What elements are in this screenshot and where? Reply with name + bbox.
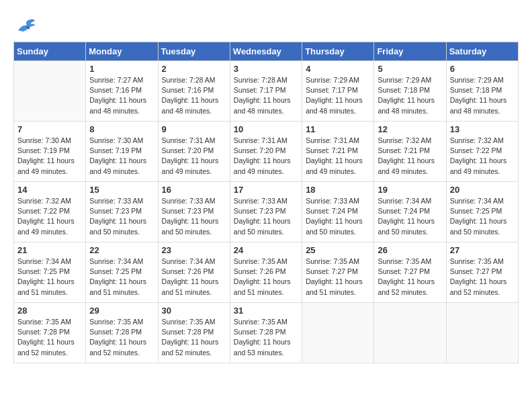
day-number: 23 <box>162 245 226 255</box>
calendar-cell: 2Sunrise: 7:28 AMSunset: 7:16 PMDaylight… <box>158 61 230 122</box>
calendar-week-row: 28Sunrise: 7:35 AMSunset: 7:28 PMDayligh… <box>14 303 519 363</box>
day-number: 13 <box>450 124 515 134</box>
day-number: 18 <box>306 185 370 195</box>
day-info: Sunrise: 7:27 AMSunset: 7:16 PMDaylight:… <box>89 75 154 116</box>
calendar-cell: 6Sunrise: 7:29 AMSunset: 7:18 PMDaylight… <box>446 61 518 122</box>
calendar-cell: 16Sunrise: 7:33 AMSunset: 7:23 PMDayligh… <box>158 182 230 242</box>
day-number: 17 <box>234 185 298 195</box>
day-info: Sunrise: 7:32 AMSunset: 7:22 PMDaylight:… <box>450 136 515 177</box>
calendar-cell: 17Sunrise: 7:33 AMSunset: 7:23 PMDayligh… <box>230 182 302 242</box>
calendar-cell <box>374 303 446 363</box>
calendar-cell: 29Sunrise: 7:35 AMSunset: 7:28 PMDayligh… <box>86 303 158 363</box>
calendar-week-row: 7Sunrise: 7:30 AMSunset: 7:19 PMDaylight… <box>14 122 519 182</box>
calendar-cell: 25Sunrise: 7:35 AMSunset: 7:27 PMDayligh… <box>302 242 374 303</box>
calendar-cell: 22Sunrise: 7:34 AMSunset: 7:25 PMDayligh… <box>86 242 158 303</box>
calendar-cell: 15Sunrise: 7:33 AMSunset: 7:23 PMDayligh… <box>86 182 158 242</box>
day-number: 31 <box>234 306 298 316</box>
day-info: Sunrise: 7:29 AMSunset: 7:17 PMDaylight:… <box>306 75 370 116</box>
calendar-cell: 8Sunrise: 7:30 AMSunset: 7:19 PMDaylight… <box>86 122 158 182</box>
day-number: 16 <box>162 185 226 195</box>
calendar-cell: 9Sunrise: 7:31 AMSunset: 7:20 PMDaylight… <box>158 122 230 182</box>
day-number: 2 <box>162 64 226 74</box>
day-number: 1 <box>89 64 154 74</box>
day-info: Sunrise: 7:35 AMSunset: 7:27 PMDaylight:… <box>378 257 442 298</box>
calendar-cell: 13Sunrise: 7:32 AMSunset: 7:22 PMDayligh… <box>446 122 518 182</box>
day-number: 4 <box>306 64 370 74</box>
day-number: 20 <box>450 185 515 195</box>
day-info: Sunrise: 7:35 AMSunset: 7:28 PMDaylight:… <box>89 317 154 358</box>
calendar-week-row: 14Sunrise: 7:32 AMSunset: 7:22 PMDayligh… <box>14 182 519 242</box>
day-info: Sunrise: 7:34 AMSunset: 7:25 PMDaylight:… <box>450 196 515 237</box>
day-number: 28 <box>17 306 82 316</box>
weekday-header-sunday: Sunday <box>14 42 86 61</box>
day-info: Sunrise: 7:28 AMSunset: 7:16 PMDaylight:… <box>162 75 226 116</box>
day-info: Sunrise: 7:32 AMSunset: 7:21 PMDaylight:… <box>378 136 442 177</box>
day-number: 8 <box>89 124 154 134</box>
day-info: Sunrise: 7:35 AMSunset: 7:27 PMDaylight:… <box>450 257 515 298</box>
weekday-header-wednesday: Wednesday <box>230 42 302 61</box>
weekday-header-tuesday: Tuesday <box>158 42 230 61</box>
calendar-cell: 7Sunrise: 7:30 AMSunset: 7:19 PMDaylight… <box>14 122 86 182</box>
day-info: Sunrise: 7:30 AMSunset: 7:19 PMDaylight:… <box>17 136 82 177</box>
day-info: Sunrise: 7:28 AMSunset: 7:17 PMDaylight:… <box>234 75 298 116</box>
day-number: 22 <box>89 245 154 255</box>
calendar-cell: 31Sunrise: 7:35 AMSunset: 7:28 PMDayligh… <box>230 303 302 363</box>
calendar-cell: 1Sunrise: 7:27 AMSunset: 7:16 PMDaylight… <box>86 61 158 122</box>
day-number: 12 <box>378 124 442 134</box>
day-number: 29 <box>89 306 154 316</box>
day-info: Sunrise: 7:34 AMSunset: 7:25 PMDaylight:… <box>89 257 154 298</box>
day-info: Sunrise: 7:33 AMSunset: 7:24 PMDaylight:… <box>306 196 370 237</box>
calendar-table: SundayMondayTuesdayWednesdayThursdayFrid… <box>13 42 519 363</box>
day-info: Sunrise: 7:34 AMSunset: 7:25 PMDaylight:… <box>17 257 82 298</box>
calendar-week-row: 1Sunrise: 7:27 AMSunset: 7:16 PMDaylight… <box>14 61 519 122</box>
calendar-cell: 30Sunrise: 7:35 AMSunset: 7:28 PMDayligh… <box>158 303 230 363</box>
calendar-cell: 26Sunrise: 7:35 AMSunset: 7:27 PMDayligh… <box>374 242 446 303</box>
day-number: 6 <box>450 64 515 74</box>
day-info: Sunrise: 7:29 AMSunset: 7:18 PMDaylight:… <box>450 75 515 116</box>
calendar-cell <box>14 61 86 122</box>
day-number: 15 <box>89 185 154 195</box>
logo-icon <box>13 13 38 38</box>
calendar-cell: 24Sunrise: 7:35 AMSunset: 7:26 PMDayligh… <box>230 242 302 303</box>
calendar-week-row: 21Sunrise: 7:34 AMSunset: 7:25 PMDayligh… <box>14 242 519 303</box>
logo <box>13 13 40 38</box>
day-info: Sunrise: 7:33 AMSunset: 7:23 PMDaylight:… <box>89 196 154 237</box>
calendar-cell: 28Sunrise: 7:35 AMSunset: 7:28 PMDayligh… <box>14 303 86 363</box>
day-number: 27 <box>450 245 515 255</box>
calendar-cell: 18Sunrise: 7:33 AMSunset: 7:24 PMDayligh… <box>302 182 374 242</box>
calendar-cell: 5Sunrise: 7:29 AMSunset: 7:18 PMDaylight… <box>374 61 446 122</box>
day-info: Sunrise: 7:35 AMSunset: 7:26 PMDaylight:… <box>234 257 298 298</box>
weekday-header-row: SundayMondayTuesdayWednesdayThursdayFrid… <box>14 42 519 61</box>
day-number: 3 <box>234 64 298 74</box>
calendar-cell: 12Sunrise: 7:32 AMSunset: 7:21 PMDayligh… <box>374 122 446 182</box>
calendar-cell <box>446 303 518 363</box>
weekday-header-saturday: Saturday <box>446 42 518 61</box>
calendar-cell: 3Sunrise: 7:28 AMSunset: 7:17 PMDaylight… <box>230 61 302 122</box>
calendar-cell: 27Sunrise: 7:35 AMSunset: 7:27 PMDayligh… <box>446 242 518 303</box>
day-info: Sunrise: 7:31 AMSunset: 7:21 PMDaylight:… <box>306 136 370 177</box>
page-header <box>13 13 519 38</box>
day-info: Sunrise: 7:35 AMSunset: 7:28 PMDaylight:… <box>162 317 226 358</box>
day-number: 24 <box>234 245 298 255</box>
calendar-cell: 19Sunrise: 7:34 AMSunset: 7:24 PMDayligh… <box>374 182 446 242</box>
calendar-cell: 10Sunrise: 7:31 AMSunset: 7:20 PMDayligh… <box>230 122 302 182</box>
day-info: Sunrise: 7:35 AMSunset: 7:28 PMDaylight:… <box>234 317 298 358</box>
calendar-cell: 23Sunrise: 7:34 AMSunset: 7:26 PMDayligh… <box>158 242 230 303</box>
day-number: 21 <box>17 245 82 255</box>
day-info: Sunrise: 7:30 AMSunset: 7:19 PMDaylight:… <box>89 136 154 177</box>
calendar-cell: 4Sunrise: 7:29 AMSunset: 7:17 PMDaylight… <box>302 61 374 122</box>
day-number: 19 <box>378 185 442 195</box>
day-number: 25 <box>306 245 370 255</box>
calendar-cell: 11Sunrise: 7:31 AMSunset: 7:21 PMDayligh… <box>302 122 374 182</box>
day-number: 11 <box>306 124 370 134</box>
day-info: Sunrise: 7:31 AMSunset: 7:20 PMDaylight:… <box>234 136 298 177</box>
day-info: Sunrise: 7:33 AMSunset: 7:23 PMDaylight:… <box>234 196 298 237</box>
day-info: Sunrise: 7:29 AMSunset: 7:18 PMDaylight:… <box>378 75 442 116</box>
calendar-cell <box>302 303 374 363</box>
day-number: 7 <box>17 124 82 134</box>
day-info: Sunrise: 7:34 AMSunset: 7:24 PMDaylight:… <box>378 196 442 237</box>
calendar-cell: 14Sunrise: 7:32 AMSunset: 7:22 PMDayligh… <box>14 182 86 242</box>
weekday-header-monday: Monday <box>86 42 158 61</box>
day-info: Sunrise: 7:35 AMSunset: 7:28 PMDaylight:… <box>17 317 82 358</box>
calendar-cell: 20Sunrise: 7:34 AMSunset: 7:25 PMDayligh… <box>446 182 518 242</box>
